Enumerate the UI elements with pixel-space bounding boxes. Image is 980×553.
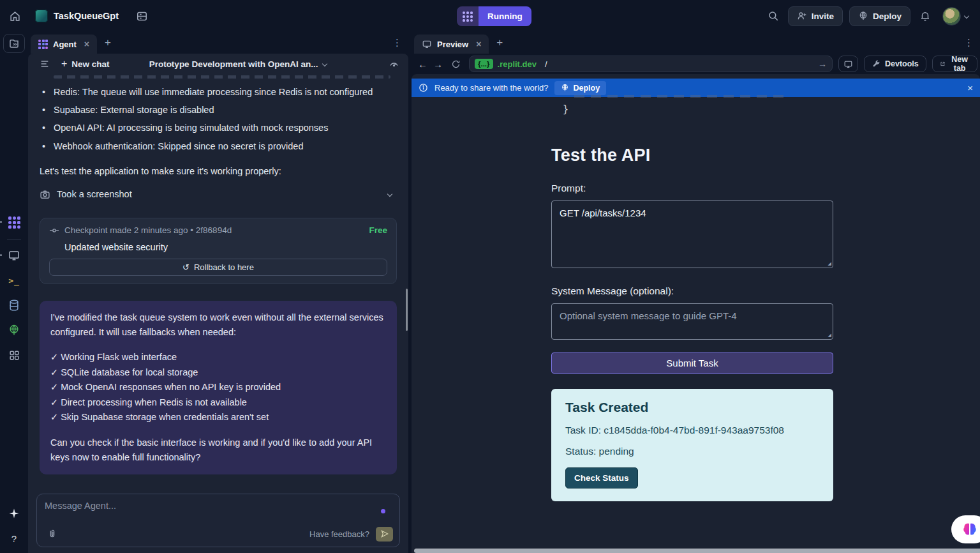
checklist-item: ✓ Skip Supabase storage when credentials… <box>50 410 386 425</box>
top-header: TaskQueueGpt Running Invite Deploy <box>0 0 980 32</box>
task-id-line: Task ID: c1845dda-f0b4-47bd-891f-943aa97… <box>565 425 819 436</box>
message-input[interactable] <box>45 501 364 522</box>
new-tab-button[interactable]: + <box>105 36 111 49</box>
assistant-pill-button[interactable] <box>951 515 980 543</box>
preview-tab-label: Preview <box>437 40 468 49</box>
banner-close-icon[interactable]: × <box>967 82 973 93</box>
horizontal-scrollbar[interactable] <box>414 549 980 553</box>
invite-button[interactable]: Invite <box>788 6 843 26</box>
wrench-icon <box>872 59 880 68</box>
app-icon <box>35 10 48 22</box>
help-button[interactable]: ? <box>9 531 19 547</box>
task-created-card: Task Created Task ID: c1845dda-f0b4-47bd… <box>551 389 833 501</box>
go-arrow-icon[interactable]: → <box>818 59 827 69</box>
banner-text: Ready to share with the world? <box>434 83 548 93</box>
rail-item-database[interactable] <box>5 296 23 314</box>
chevron-down-icon <box>322 61 327 66</box>
agent-tabbar: Agent × + ⋮ <box>28 32 408 54</box>
avatar <box>942 7 961 26</box>
invite-icon <box>797 11 807 21</box>
deploy-button[interactable]: Deploy <box>849 6 910 26</box>
system-message-input[interactable] <box>551 303 833 340</box>
banner-deploy-button[interactable]: Deploy <box>554 81 606 95</box>
deployments-globe-icon <box>8 324 20 337</box>
back-button[interactable]: ← <box>418 59 427 70</box>
checklist-item: ✓ SQLite database for local storage <box>50 365 386 380</box>
chevron-down-icon[interactable] <box>387 192 392 197</box>
account-menu[interactable] <box>940 4 971 28</box>
send-button[interactable] <box>376 527 393 542</box>
paperclip-icon <box>47 529 57 539</box>
search-button[interactable] <box>765 8 782 24</box>
checkpoint-card: Checkpoint made 2 minutes ago • 2f86894d… <box>40 218 397 284</box>
monitor-icon <box>843 59 853 69</box>
new-tab-button[interactable]: + <box>496 36 503 49</box>
checkpoint-title: Updated website security <box>64 242 387 252</box>
ai-button[interactable] <box>6 505 22 522</box>
devtools-button[interactable]: Devtools <box>864 56 926 72</box>
forward-button[interactable]: → <box>433 59 443 70</box>
status-dot <box>381 509 385 513</box>
layout-button[interactable] <box>133 8 151 25</box>
rollback-button[interactable]: ↺ Rollback to here <box>49 259 387 276</box>
chat-scroll-area[interactable]: Redis: The queue will use immediate proc… <box>28 74 408 487</box>
close-tab-icon[interactable]: × <box>476 39 481 49</box>
notifications-button[interactable] <box>917 8 933 24</box>
check-status-button[interactable]: Check Status <box>565 467 638 489</box>
new-chat-button[interactable]: + New chat <box>61 58 110 70</box>
agent-text-line: Let's test the application to make sure … <box>40 166 397 176</box>
message-composer[interactable]: Have feedback? <box>36 494 400 547</box>
agent-tab-label: Agent <box>53 40 77 49</box>
url-host-badge: {...} <box>475 59 493 69</box>
tab-agent[interactable]: Agent × <box>31 34 97 54</box>
bullet-item: Redis: The queue will use immediate proc… <box>40 87 397 97</box>
agent-message-intro: I've modified the task queue system to w… <box>50 310 386 340</box>
feedback-link[interactable]: Have feedback? <box>309 529 369 539</box>
run-status[interactable]: Running <box>457 6 531 26</box>
new-tab-browser-button[interactable]: New tab <box>932 56 977 72</box>
prompt-label: Prompt: <box>551 183 833 194</box>
list-icon <box>40 59 50 69</box>
close-tab-icon[interactable]: × <box>84 39 89 49</box>
preview-panel: Preview × + ⋮ ← → {...} .replit.dev / → … <box>412 32 980 553</box>
checkpoint-free-badge: Free <box>369 225 387 235</box>
deploy-label: Deploy <box>873 11 902 21</box>
chat-scrollbar-thumb[interactable] <box>406 289 408 331</box>
page-title: Test the API <box>551 146 833 165</box>
usage-gauge-icon[interactable] <box>389 59 399 70</box>
home-icon <box>9 10 21 22</box>
app-title: TaskQueueGpt <box>54 11 119 21</box>
chat-header: + New chat Prototype Development with Op… <box>28 54 408 74</box>
panel-menu-button[interactable]: ⋮ <box>392 37 402 49</box>
rollback-icon: ↺ <box>182 262 189 272</box>
agent-message-checklist: ✓ Working Flask web interface ✓ SQLite d… <box>50 350 386 425</box>
external-link-icon <box>940 59 946 68</box>
newtab-label: New tab <box>950 55 970 73</box>
plus-icon: + <box>61 58 67 70</box>
url-bar[interactable]: {...} .replit.dev / → <box>469 56 833 72</box>
sidebar-toggle-button[interactable] <box>3 34 25 53</box>
chat-list-button[interactable] <box>37 56 52 72</box>
layout-icon <box>136 10 148 22</box>
rail-item-shell[interactable]: >_ <box>5 271 23 289</box>
clipped-code-row <box>574 95 785 98</box>
rail-item-preview[interactable] <box>5 246 23 264</box>
tab-preview[interactable]: Preview × <box>414 34 489 54</box>
prompt-input[interactable]: GET /api/tasks/1234 <box>551 201 833 268</box>
home-button[interactable] <box>9 10 21 22</box>
thread-title-dropdown[interactable]: Prototype Development with OpenAI an... <box>149 59 327 69</box>
submit-task-button[interactable]: Submit Task <box>551 352 833 374</box>
browser-toolbar: ← → {...} .replit.dev / → Devtools New t… <box>412 54 980 74</box>
bullet-item: Supabase: External storage is disabled <box>40 105 397 115</box>
rail-item-extensions[interactable] <box>5 346 23 364</box>
rail-item-deployments[interactable] <box>5 321 23 339</box>
panel-menu-button[interactable]: ⋮ <box>964 37 974 49</box>
rail-item-agent[interactable] <box>5 213 23 231</box>
open-in-pane-button[interactable] <box>838 56 858 72</box>
reload-button[interactable] <box>449 57 463 72</box>
sparkle-icon <box>8 508 20 519</box>
system-message-label: System Message (optional): <box>551 285 833 297</box>
screenshot-row[interactable]: Took a screenshot <box>40 189 397 200</box>
new-chat-label: New chat <box>71 59 109 69</box>
attach-button[interactable] <box>45 526 60 542</box>
